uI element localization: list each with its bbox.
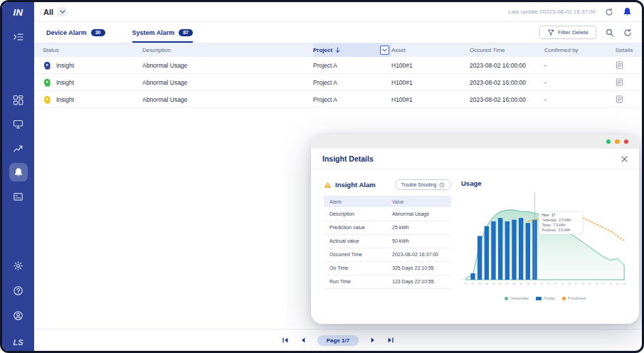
tabs: Device Alarm 30 System Alarm 87	[46, 22, 193, 43]
last-page-icon[interactable]	[387, 337, 394, 344]
insight-alarm-section: Insight Alam Trouble Shooting Alarm Valu…	[324, 176, 451, 324]
description-cell: Abnormal Usage	[142, 96, 313, 103]
svg-text:Today : 7.5 kWh: Today : 7.5 kWh	[542, 223, 566, 227]
usage-chart: Hour : 17Yesterday : 2.5 kWhToday : 7.5 …	[460, 189, 630, 295]
asset-cell: H100#1	[391, 79, 470, 86]
close-icon[interactable]	[621, 156, 628, 162]
asset-cell: H100#1	[391, 96, 470, 103]
monitor-icon[interactable]	[9, 115, 28, 133]
legend-swatch	[505, 297, 508, 300]
tab-badge: 87	[179, 29, 193, 36]
col-status[interactable]: Status	[43, 43, 142, 57]
filter-delete-button[interactable]: Filter Delete	[539, 26, 596, 39]
insight-alarm-title: Insight Alam	[335, 181, 376, 189]
svg-text:23: 23	[616, 283, 619, 285]
modal-body: Insight Alam Trouble Shooting Alarm Valu…	[311, 169, 639, 324]
insight-status-icon	[43, 78, 51, 87]
scope-label: All	[43, 8, 53, 16]
details-button[interactable]	[616, 61, 623, 69]
refresh-icon[interactable]	[605, 8, 613, 16]
svg-text:10: 10	[527, 283, 529, 285]
tab-device-alarm[interactable]: Device Alarm 30	[46, 22, 105, 43]
help-icon[interactable]	[9, 281, 28, 300]
alarm-detail-row: Prediction value25 kWh	[324, 221, 451, 234]
alarm-name: Occurred Time	[324, 248, 386, 261]
filter-delete-icon	[547, 29, 554, 36]
notifications-bell-icon[interactable]	[623, 7, 632, 16]
col-project[interactable]: Project	[313, 43, 391, 57]
project-cell: Project A	[313, 62, 391, 69]
details-button[interactable]	[616, 78, 623, 86]
alarm-value: 25 kWh	[386, 221, 451, 234]
chart-legend: YesterdayTodayPredicted	[460, 296, 630, 300]
svg-text:14: 14	[554, 283, 557, 285]
alarm-value: 123 Days 22:10:55	[386, 275, 451, 288]
tab-system-alarm[interactable]: System Alarm 87	[132, 22, 194, 43]
window-dot-red	[624, 139, 629, 144]
svg-text:04: 04	[485, 283, 488, 285]
details-button[interactable]	[616, 95, 623, 103]
topbar: All Last update 20223-08-02 16:37:00	[34, 2, 642, 22]
dashboard-icon[interactable]	[9, 90, 28, 109]
search-icon[interactable]	[606, 28, 614, 37]
svg-text:08: 08	[513, 283, 516, 285]
svg-text:05: 05	[492, 283, 495, 285]
table-actions: Filter Delete	[539, 26, 632, 39]
insight-status-icon	[43, 61, 51, 70]
window-dot-orange	[615, 139, 620, 144]
bell-icon[interactable]	[9, 163, 28, 181]
col-details[interactable]: Details	[616, 43, 642, 57]
svg-text:15: 15	[561, 283, 564, 285]
alarm-name: Description	[324, 207, 386, 221]
svg-text:12: 12	[540, 283, 543, 285]
app-window: IN	[0, 0, 644, 353]
details-icon	[616, 78, 623, 86]
legend-swatch	[562, 297, 566, 300]
tab-label: System Alarm	[132, 29, 175, 36]
col-asset[interactable]: Asset	[391, 43, 470, 57]
trouble-shooting-button[interactable]: Trouble Shooting	[395, 179, 451, 190]
sidebar-bottom: LS	[9, 256, 28, 351]
alarm-col-header: Alarm	[324, 196, 386, 207]
first-page-icon[interactable]	[282, 337, 289, 344]
status-label: Insight	[56, 62, 74, 69]
svg-text:06: 06	[499, 283, 502, 285]
page-indicator[interactable]: Page 1/7	[317, 335, 359, 346]
restore-icon	[439, 182, 445, 188]
insight-status-icon	[43, 95, 51, 104]
svg-text:07: 07	[506, 283, 509, 285]
svg-text:11: 11	[534, 283, 537, 285]
ls-logo: LS	[13, 338, 23, 347]
col-description[interactable]: Description	[142, 43, 313, 57]
prev-page-icon[interactable]	[300, 337, 307, 344]
next-page-icon[interactable]	[369, 337, 376, 344]
alarm-name: Actcual value	[324, 234, 386, 248]
svg-text:Predicted : 2.5 kWh: Predicted : 2.5 kWh	[542, 228, 571, 232]
trend-icon[interactable]	[9, 139, 28, 157]
alarm-detail-row: DescriptionAbnormal Usage	[324, 207, 451, 221]
scope-dropdown[interactable]: All	[43, 7, 67, 16]
svg-text:16: 16	[568, 283, 571, 285]
settings-icon[interactable]	[9, 256, 28, 275]
svg-text:01: 01	[465, 283, 468, 285]
refresh-icon[interactable]	[623, 28, 632, 37]
col-occured-time[interactable]: Occured Time	[470, 43, 544, 57]
table-row[interactable]: InsightAbnormal UsageProject AH100#12023…	[34, 74, 642, 91]
list-icon[interactable]	[9, 187, 28, 206]
table-row[interactable]: InsightAbnormal UsageProject AH100#12023…	[34, 91, 642, 108]
table-row[interactable]: InsightAbnormal UsageProject AH100#12023…	[34, 57, 642, 74]
svg-text:Yesterday : 2.5 kWh: Yesterday : 2.5 kWh	[542, 218, 571, 222]
topbar-right: Last update 20223-08-02 16:37:00	[508, 7, 632, 16]
account-icon[interactable]	[9, 306, 28, 325]
collapse-menu-icon[interactable]	[9, 28, 28, 46]
svg-text:03: 03	[478, 283, 481, 285]
svg-text:13: 13	[547, 283, 550, 285]
project-cell: Project A	[313, 79, 391, 86]
modal-window-chrome	[311, 135, 639, 149]
svg-text:09: 09	[519, 283, 522, 285]
project-filter-dropdown[interactable]	[380, 46, 389, 55]
col-confirmed-by[interactable]: Confirmed by	[544, 43, 616, 57]
alarm-table: Status Description Project Asset Occured…	[34, 43, 642, 108]
occured-time-cell: 2023-08-02 16:00:00	[470, 62, 544, 69]
legend-item-yesterday: Yesterday	[505, 296, 529, 300]
